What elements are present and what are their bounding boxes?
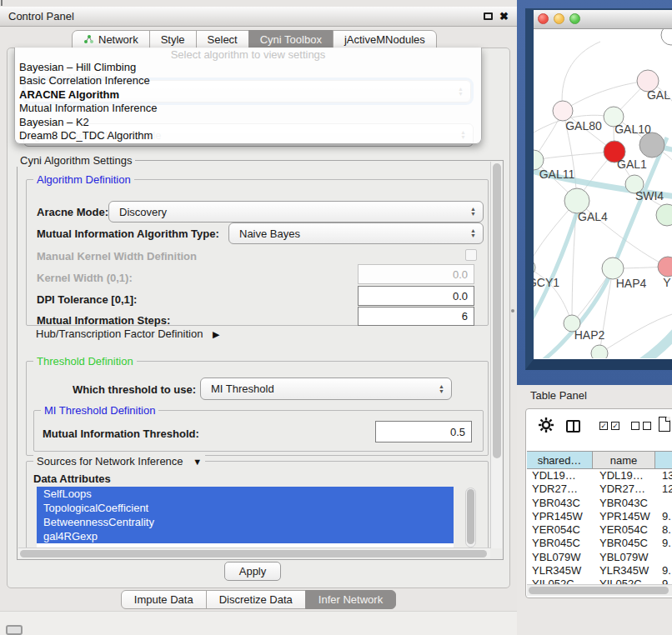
sources-title: Sources for Network Inference (37, 455, 183, 468)
column-header-shared[interactable]: shared… (527, 451, 593, 469)
table-horizontal-scrollbar[interactable] (527, 584, 672, 596)
table-row[interactable]: YBL079WYBL079W (527, 551, 672, 564)
bottom-tab-impute-data[interactable]: Impute Data (121, 590, 207, 609)
attribute-item-selected[interactable]: BetweennessCentrality (37, 515, 454, 529)
kernel-width-field[interactable]: 0.0 (358, 264, 474, 284)
table-cell: YER054C (593, 523, 655, 537)
table-cell: 9. (655, 510, 672, 523)
minimized-panel-icon[interactable] (6, 625, 23, 635)
aracne-mode-combobox[interactable]: Discovery ▲▼ (108, 201, 484, 222)
split-pane-handle[interactable] (511, 309, 514, 312)
mi-threshold-value: 0.5 (450, 426, 465, 438)
combo-arrows-icon: ▲▼ (470, 228, 476, 238)
algorithm-definition-group: Algorithm Definition Aracne Mode: Discov… (26, 179, 489, 326)
tab-cyni-toolbox[interactable]: Cyni Toolbox (248, 30, 333, 48)
tab-label: Cyni Toolbox (260, 33, 322, 46)
table-cell: YDR27… (527, 482, 593, 496)
sources-legend[interactable]: Sources for Network Inference ▼ (33, 455, 205, 468)
node-unlabeled[interactable] (656, 204, 672, 226)
minimize-traffic-light-icon[interactable] (554, 13, 564, 24)
table-row[interactable]: YBR045CYBR045C9. (527, 537, 672, 550)
dpi-tolerance-label: DPI Tolerance [0,1]: (37, 293, 137, 306)
node-unlabeled[interactable] (661, 29, 672, 45)
algorithm-option[interactable]: Mutual Information Inference (15, 102, 481, 115)
table-panel-title: Table Panel (530, 389, 587, 402)
settings-horizontal-scrollbar[interactable] (18, 548, 490, 558)
node-gal80[interactable] (553, 101, 573, 121)
gear-icon[interactable] (538, 417, 554, 433)
network-canvas[interactable]: GALGAL80GAL10GAL1GAL11SWI4GAL4GCY1HAP4YH… (534, 29, 672, 358)
right-workspace: GALGAL80GAL10GAL1GAL11SWI4GAL4GCY1HAP4YH… (517, 0, 672, 635)
settings-vertical-scrollbar[interactable] (490, 162, 502, 548)
node-label-gal10: GAL10 (614, 122, 651, 136)
tab-style[interactable]: Style (149, 30, 197, 48)
attributes-scrollbar[interactable] (465, 488, 476, 548)
combo-arrows-icon: ▲▼ (439, 384, 444, 394)
node-unlabeled[interactable] (639, 132, 664, 158)
table-cell (655, 497, 672, 510)
attribute-item-selected[interactable]: SelfLoops (37, 487, 454, 501)
attribute-item-selected[interactable]: TopologicalCoefficient (37, 501, 454, 515)
which-threshold-label: Which threshold to use: (73, 383, 196, 396)
manual-kernel-width-checkbox[interactable] (465, 249, 477, 261)
manual-kernel-width-label: Manual Kernel Width Definition (37, 250, 197, 262)
tab-label: Select (208, 33, 238, 46)
algorithm-option[interactable]: Bayesian – Hill Climbing (15, 61, 481, 74)
attribute-item-selected[interactable]: gal4RGexp (37, 529, 454, 543)
table-row[interactable]: YPR145WYPR145W9. (527, 510, 672, 523)
hub-factor-expander[interactable]: Hub/Transcription Factor Definition ▶ (36, 328, 219, 340)
node-unlabeled[interactable] (591, 345, 608, 358)
table-row[interactable]: YBR043CYBR043C (527, 497, 672, 510)
float-window-icon[interactable] (484, 12, 493, 20)
mi-steps-field[interactable]: 6 (358, 307, 474, 326)
mi-steps-value: 6 (462, 310, 468, 322)
split-columns-icon[interactable] (566, 420, 580, 432)
column-header-name[interactable]: name (593, 451, 655, 469)
threshold-definition-legend: Threshold Definition (33, 355, 137, 368)
table-row[interactable]: YER054CYER054C8. (527, 523, 672, 537)
node-y[interactable] (658, 257, 672, 277)
bottom-tab-discretize-data[interactable]: Discretize Data (206, 590, 306, 609)
mi-threshold-field[interactable]: 0.5 (375, 421, 472, 442)
tab-jactivemnodules[interactable]: jActiveMNodules (333, 30, 437, 48)
expander-down-icon: ▼ (193, 457, 202, 467)
dpi-tolerance-field[interactable]: 0.0 (358, 286, 474, 306)
table-row[interactable]: YDL19…YDL19…13 (527, 469, 672, 482)
dropdown-prompt: Select algorithm to view settings (15, 48, 481, 61)
algorithm-option[interactable]: Dream8 DC_TDC Algorithm (15, 129, 481, 142)
data-attributes-list[interactable]: SelfLoopsTopologicalCoefficientBetweenne… (37, 487, 454, 548)
network-graph: GALGAL80GAL10GAL1GAL11SWI4GAL4GCY1HAP4YH… (534, 29, 672, 358)
node-label-gal11: GAL11 (539, 168, 575, 181)
algorithm-option[interactable]: ARACNE Algorithm (15, 88, 481, 102)
combo-arrows-icon: ▲▼ (470, 207, 476, 217)
algorithm-option[interactable]: Bayesian – K2 (15, 116, 481, 129)
node-label-gal80: GAL80 (565, 119, 602, 132)
unchecked-pair-icon[interactable] (631, 422, 651, 430)
table-cell: 9. (655, 537, 672, 550)
screen: Control Panel ✖ NetworkStyleSelectCyni T… (0, 0, 672, 635)
node-label-gal: GAL (647, 88, 670, 102)
tab-select[interactable]: Select (196, 30, 249, 48)
algorithm-option[interactable]: Basic Correlation Inference (15, 74, 481, 88)
tab-network[interactable]: Network (72, 30, 150, 48)
close-icon[interactable]: ✖ (499, 12, 509, 21)
node-label-y: Y (663, 276, 671, 289)
column-header-a[interactable]: A (655, 451, 672, 469)
mi-type-combobox[interactable]: Naive Bayes ▲▼ (228, 222, 484, 244)
close-traffic-light-icon[interactable] (538, 13, 549, 24)
node-gcy1[interactable] (534, 259, 535, 276)
zoom-traffic-light-icon[interactable] (569, 13, 580, 24)
table-row[interactable]: YLR345WYLR345W9. (527, 564, 672, 578)
bottom-tab-bar: Impute DataDiscretize DataInfer Network (0, 590, 517, 609)
bottom-tab-infer-network[interactable]: Infer Network (305, 590, 396, 609)
new-table-icon[interactable] (659, 417, 670, 432)
tab-label: Style (161, 33, 185, 46)
data-attributes-label: Data Attributes (33, 472, 111, 485)
checked-pair-icon[interactable]: ✓✓ (599, 422, 619, 430)
table-cell: YDL19… (593, 469, 655, 482)
network-window-titlebar[interactable] (534, 10, 672, 29)
which-threshold-combobox[interactable]: MI Threshold ▲▼ (200, 378, 452, 400)
table-row[interactable]: YDR27…YDR27…12 (527, 482, 672, 496)
apply-button[interactable]: Apply (224, 562, 281, 581)
node-label-gal4: GAL4 (578, 210, 608, 223)
